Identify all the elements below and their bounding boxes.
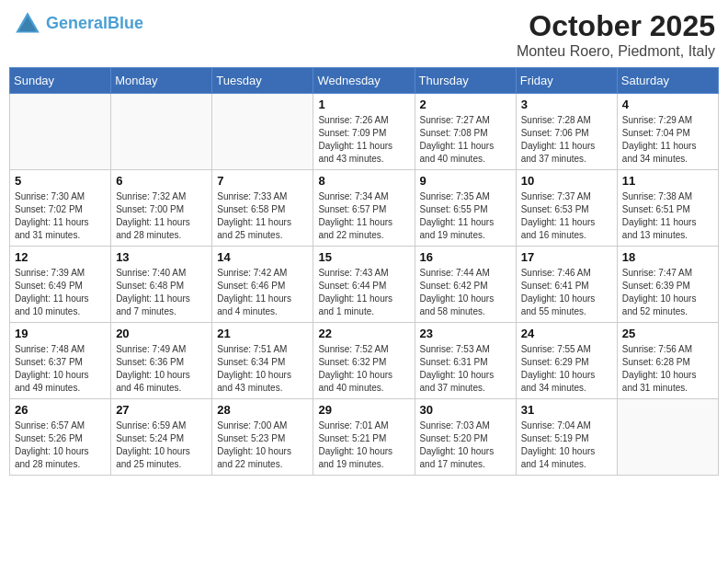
calendar-week-row: 19Sunrise: 7:48 AM Sunset: 6:37 PM Dayli… xyxy=(10,323,719,399)
day-number: 7 xyxy=(217,174,308,188)
day-info: Sunrise: 7:46 AM Sunset: 6:41 PM Dayligh… xyxy=(521,267,612,318)
day-number: 24 xyxy=(521,327,612,340)
logo-icon xyxy=(13,9,42,39)
day-number: 8 xyxy=(318,174,409,188)
day-number: 10 xyxy=(521,174,612,188)
day-number: 14 xyxy=(217,250,308,264)
day-number: 6 xyxy=(116,174,207,188)
day-number: 4 xyxy=(622,98,713,111)
day-info: Sunrise: 7:34 AM Sunset: 6:57 PM Dayligh… xyxy=(318,190,409,242)
calendar-week-row: 26Sunrise: 6:57 AM Sunset: 5:26 PM Dayli… xyxy=(10,399,719,476)
day-number: 23 xyxy=(420,327,511,340)
day-number: 30 xyxy=(420,403,511,417)
calendar-cell: 23Sunrise: 7:53 AM Sunset: 6:31 PM Dayli… xyxy=(415,323,516,399)
day-info: Sunrise: 7:28 AM Sunset: 7:06 PM Dayligh… xyxy=(521,114,612,166)
calendar-cell: 4Sunrise: 7:29 AM Sunset: 7:04 PM Daylig… xyxy=(617,94,718,170)
calendar-cell: 31Sunrise: 7:04 AM Sunset: 5:19 PM Dayli… xyxy=(516,399,617,476)
day-number: 31 xyxy=(521,403,612,417)
day-info: Sunrise: 7:55 AM Sunset: 6:29 PM Dayligh… xyxy=(521,343,612,395)
weekday-header-monday: Monday xyxy=(111,68,212,94)
day-number: 29 xyxy=(318,403,409,417)
weekday-header-row: SundayMondayTuesdayWednesdayThursdayFrid… xyxy=(10,68,719,94)
day-info: Sunrise: 7:27 AM Sunset: 7:08 PM Dayligh… xyxy=(420,114,511,166)
calendar-table: SundayMondayTuesdayWednesdayThursdayFrid… xyxy=(9,67,719,476)
day-number: 15 xyxy=(318,250,409,264)
day-number: 18 xyxy=(622,250,713,264)
day-number: 17 xyxy=(521,250,612,264)
logo: GeneralBlue xyxy=(13,9,143,39)
calendar-cell: 27Sunrise: 6:59 AM Sunset: 5:24 PM Dayli… xyxy=(111,399,212,476)
day-number: 22 xyxy=(318,327,409,340)
calendar-cell: 3Sunrise: 7:28 AM Sunset: 7:06 PM Daylig… xyxy=(516,94,617,170)
day-info: Sunrise: 7:49 AM Sunset: 6:36 PM Dayligh… xyxy=(116,343,207,395)
calendar-cell: 18Sunrise: 7:47 AM Sunset: 6:39 PM Dayli… xyxy=(617,247,718,323)
month-title: October 2025 xyxy=(517,9,715,43)
day-info: Sunrise: 7:32 AM Sunset: 7:00 PM Dayligh… xyxy=(116,190,207,242)
calendar-cell: 10Sunrise: 7:37 AM Sunset: 6:53 PM Dayli… xyxy=(516,170,617,247)
logo-text: GeneralBlue xyxy=(46,15,143,33)
day-info: Sunrise: 7:01 AM Sunset: 5:21 PM Dayligh… xyxy=(318,419,409,471)
logo-line1: General xyxy=(46,14,108,32)
day-number: 11 xyxy=(622,174,713,188)
weekday-header-sunday: Sunday xyxy=(10,68,111,94)
calendar-cell: 29Sunrise: 7:01 AM Sunset: 5:21 PM Dayli… xyxy=(313,399,415,476)
day-info: Sunrise: 7:42 AM Sunset: 6:46 PM Dayligh… xyxy=(217,267,308,318)
calendar-cell: 11Sunrise: 7:38 AM Sunset: 6:51 PM Dayli… xyxy=(617,170,718,247)
calendar-cell: 2Sunrise: 7:27 AM Sunset: 7:08 PM Daylig… xyxy=(415,94,516,170)
location: Monteu Roero, Piedmont, Italy xyxy=(517,43,715,60)
page-header: GeneralBlue October 2025 Monteu Roero, P… xyxy=(9,9,719,60)
day-number: 5 xyxy=(15,174,106,188)
day-number: 13 xyxy=(116,250,207,264)
day-number: 9 xyxy=(420,174,511,188)
calendar-cell: 19Sunrise: 7:48 AM Sunset: 6:37 PM Dayli… xyxy=(10,323,111,399)
calendar-cell: 30Sunrise: 7:03 AM Sunset: 5:20 PM Dayli… xyxy=(415,399,516,476)
day-info: Sunrise: 7:56 AM Sunset: 6:28 PM Dayligh… xyxy=(622,343,713,395)
calendar-cell: 16Sunrise: 7:44 AM Sunset: 6:42 PM Dayli… xyxy=(415,247,516,323)
day-info: Sunrise: 7:40 AM Sunset: 6:48 PM Dayligh… xyxy=(116,267,207,318)
day-number: 1 xyxy=(318,98,409,111)
day-info: Sunrise: 7:44 AM Sunset: 6:42 PM Dayligh… xyxy=(420,267,511,318)
calendar-cell: 7Sunrise: 7:33 AM Sunset: 6:58 PM Daylig… xyxy=(212,170,313,247)
calendar-cell: 6Sunrise: 7:32 AM Sunset: 7:00 PM Daylig… xyxy=(111,170,212,247)
calendar-cell xyxy=(212,94,313,170)
day-number: 21 xyxy=(217,327,308,340)
calendar-cell xyxy=(617,399,718,476)
calendar-week-row: 1Sunrise: 7:26 AM Sunset: 7:09 PM Daylig… xyxy=(10,94,719,170)
day-info: Sunrise: 7:38 AM Sunset: 6:51 PM Dayligh… xyxy=(622,190,713,242)
calendar-cell: 28Sunrise: 7:00 AM Sunset: 5:23 PM Dayli… xyxy=(212,399,313,476)
day-number: 25 xyxy=(622,327,713,340)
logo-line2: Blue xyxy=(108,14,143,32)
calendar-cell: 12Sunrise: 7:39 AM Sunset: 6:49 PM Dayli… xyxy=(10,247,111,323)
calendar-cell: 13Sunrise: 7:40 AM Sunset: 6:48 PM Dayli… xyxy=(111,247,212,323)
day-number: 26 xyxy=(15,403,106,417)
day-info: Sunrise: 7:52 AM Sunset: 6:32 PM Dayligh… xyxy=(318,343,409,395)
day-info: Sunrise: 7:26 AM Sunset: 7:09 PM Dayligh… xyxy=(318,114,409,166)
calendar-cell: 5Sunrise: 7:30 AM Sunset: 7:02 PM Daylig… xyxy=(10,170,111,247)
calendar-cell: 15Sunrise: 7:43 AM Sunset: 6:44 PM Dayli… xyxy=(313,247,415,323)
day-number: 28 xyxy=(217,403,308,417)
day-info: Sunrise: 7:30 AM Sunset: 7:02 PM Dayligh… xyxy=(15,190,106,242)
calendar-cell: 24Sunrise: 7:55 AM Sunset: 6:29 PM Dayli… xyxy=(516,323,617,399)
calendar-cell: 26Sunrise: 6:57 AM Sunset: 5:26 PM Dayli… xyxy=(10,399,111,476)
calendar-cell: 22Sunrise: 7:52 AM Sunset: 6:32 PM Dayli… xyxy=(313,323,415,399)
day-info: Sunrise: 7:35 AM Sunset: 6:55 PM Dayligh… xyxy=(420,190,511,242)
calendar-cell: 14Sunrise: 7:42 AM Sunset: 6:46 PM Dayli… xyxy=(212,247,313,323)
day-number: 2 xyxy=(420,98,511,111)
calendar-cell: 17Sunrise: 7:46 AM Sunset: 6:41 PM Dayli… xyxy=(516,247,617,323)
calendar-cell: 25Sunrise: 7:56 AM Sunset: 6:28 PM Dayli… xyxy=(617,323,718,399)
calendar-week-row: 5Sunrise: 7:30 AM Sunset: 7:02 PM Daylig… xyxy=(10,170,719,247)
day-info: Sunrise: 7:37 AM Sunset: 6:53 PM Dayligh… xyxy=(521,190,612,242)
day-number: 3 xyxy=(521,98,612,111)
day-info: Sunrise: 7:00 AM Sunset: 5:23 PM Dayligh… xyxy=(217,419,308,471)
day-number: 20 xyxy=(116,327,207,340)
day-info: Sunrise: 6:57 AM Sunset: 5:26 PM Dayligh… xyxy=(15,419,106,471)
day-info: Sunrise: 7:48 AM Sunset: 6:37 PM Dayligh… xyxy=(15,343,106,395)
day-number: 19 xyxy=(15,327,106,340)
weekday-header-friday: Friday xyxy=(516,68,617,94)
calendar-cell: 21Sunrise: 7:51 AM Sunset: 6:34 PM Dayli… xyxy=(212,323,313,399)
title-block: October 2025 Monteu Roero, Piedmont, Ita… xyxy=(517,9,715,60)
day-number: 27 xyxy=(116,403,207,417)
day-info: Sunrise: 7:39 AM Sunset: 6:49 PM Dayligh… xyxy=(15,267,106,318)
day-number: 16 xyxy=(420,250,511,264)
day-number: 12 xyxy=(15,250,106,264)
